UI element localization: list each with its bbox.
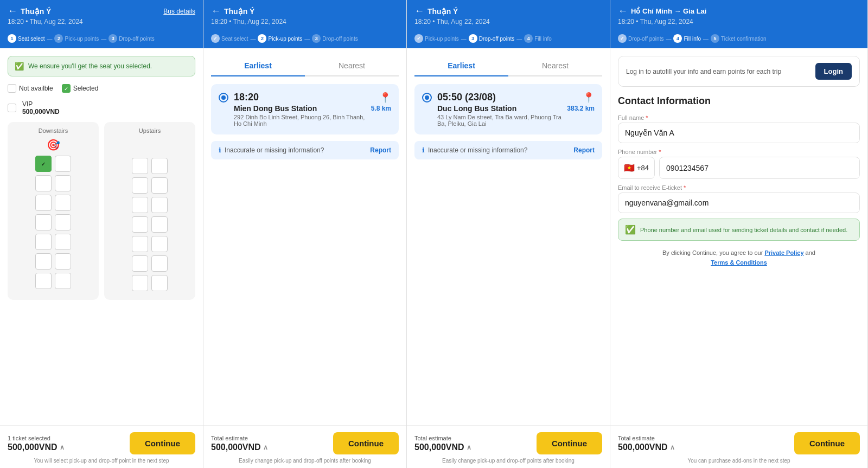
dropoff-card[interactable]: 05:50 (23/08) Duc Long Bus Station 43 Ly… (414, 84, 602, 134)
seat-c2[interactable] (55, 195, 71, 211)
step-done-drop: ✓ Drop-off points (618, 34, 663, 43)
up-seat-row-4 (110, 216, 190, 233)
back-button-4[interactable]: ← Hồ Chí Minh → Gia Lai (618, 5, 706, 17)
phone-input[interactable] (659, 157, 860, 179)
fullname-input[interactable] (618, 123, 860, 143)
estimate-amount-3: 500,000VND ∧ (414, 443, 471, 452)
chevron-up-icon: ∧ (60, 444, 65, 451)
up-seat-e2[interactable] (151, 236, 168, 252)
seat-continue-button[interactable]: Continue (130, 432, 195, 454)
up-seat-d1[interactable] (132, 216, 148, 233)
footer-row-3: Total estimate 500,000VND ∧ Continue (414, 432, 602, 454)
seat-d1[interactable] (35, 214, 52, 230)
step-2: 2 Pick-up points (54, 34, 99, 43)
up-seat-c1[interactable] (132, 197, 148, 213)
report-link[interactable]: Report (370, 146, 391, 154)
seat-c1[interactable] (35, 195, 52, 211)
tab-nearest-2[interactable]: Nearest (305, 56, 399, 76)
email-input[interactable] (618, 193, 860, 213)
footer-row: 1 ticket selected 500,000VND ∧ Continue (8, 432, 195, 454)
footer-left-3: Total estimate 500,000VND ∧ (414, 435, 471, 452)
login-button[interactable]: Login (815, 63, 852, 80)
private-policy-link[interactable]: Private Policy (764, 249, 803, 256)
tab-nearest-3[interactable]: Nearest (508, 56, 602, 76)
seat-g2[interactable] (55, 273, 71, 289)
header-top-3: ← Thuận Ý (414, 5, 602, 17)
downstairs-label: Downstairs (13, 127, 93, 134)
seat-f2[interactable] (55, 253, 71, 270)
dropoff-time: 05:50 (23/08) (437, 92, 561, 103)
step-circle-2: 2 (54, 34, 63, 43)
ticket-amount: 500,000VND ∧ (8, 443, 65, 452)
seat-b1[interactable] (35, 175, 52, 191)
info-icon: ℹ (219, 146, 221, 154)
terms-conditions-link[interactable]: Terms & Conditions (711, 259, 767, 266)
up-seat-f2[interactable] (151, 255, 168, 272)
dropoff-distance-value: 383.2 km (567, 105, 595, 112)
phone-country-selector[interactable]: 🇻🇳 +84 (618, 157, 655, 179)
up-seat-row-6 (110, 255, 190, 272)
contact-info-title: Contact Information (618, 95, 860, 107)
up-seat-a1[interactable] (132, 158, 148, 174)
header-title-2: Thuận Ý (224, 7, 254, 16)
pickup-distance: 📍 5.8 km (371, 92, 391, 112)
seat-row-3 (13, 195, 93, 211)
tab-earliest-3[interactable]: Earliest (414, 56, 508, 76)
seat-footer-note: You will select pick-up and drop-off poi… (8, 458, 195, 464)
info-icon-3: ℹ (422, 146, 425, 154)
report-bar-2: ℹ Inaccurate or missing information? Rep… (211, 141, 399, 159)
tab-earliest-2[interactable]: Earliest (211, 56, 305, 76)
bus-details-link[interactable]: Bus details (163, 8, 195, 15)
up-seat-g2[interactable] (151, 275, 168, 291)
step-circle-active-2: 2 (258, 34, 266, 43)
step-circle-1: 1 (8, 34, 16, 43)
step-label-done-1: Seat select (221, 36, 248, 42)
step-label-done-drop: Drop-off points (628, 36, 663, 42)
upstairs-deck: Upstairs (104, 122, 195, 300)
seat-row-5 (13, 234, 93, 250)
step-label-1: Seat select (18, 36, 44, 42)
step-circle-active-d: 3 (469, 34, 477, 43)
report-link-3[interactable]: Report (573, 146, 595, 154)
fill-info-continue-button[interactable]: Continue (794, 432, 860, 454)
seat-e1[interactable] (35, 234, 52, 250)
dropoff-continue-button[interactable]: Continue (537, 432, 602, 454)
back-button-2[interactable]: ← Thuận Ý (211, 5, 254, 17)
upstairs-label: Upstairs (110, 127, 190, 134)
up-seat-c2[interactable] (151, 197, 168, 213)
up-seat-b1[interactable] (132, 177, 148, 194)
header-title-3: Thuận Ý (427, 7, 458, 16)
seat-f1[interactable] (35, 253, 52, 270)
seat-a2[interactable] (55, 156, 71, 172)
header-dropoff: ← Thuận Ý 18:20 • Thu, Aug 22, 2024 ✓ Pi… (407, 0, 610, 48)
pickup-card[interactable]: 18:20 Mien Dong Bus Station 292 Dinh Bo … (211, 84, 399, 134)
back-arrow-icon-4: ← (618, 5, 628, 17)
back-button-3[interactable]: ← Thuận Ý (414, 5, 458, 17)
up-seat-g1[interactable] (132, 275, 148, 291)
up-seat-f1[interactable] (132, 255, 148, 272)
radio-selected-d[interactable] (422, 93, 432, 102)
header-title-4: Hồ Chí Minh → Gia Lai (631, 7, 706, 15)
step-label-future-3: Drop-off points (322, 36, 358, 42)
seat-d2[interactable] (55, 214, 71, 230)
seat-e2[interactable] (55, 234, 71, 250)
seat-row-6 (13, 253, 93, 270)
back-button[interactable]: ← Thuận Ý (8, 5, 51, 17)
up-seat-d2[interactable] (151, 216, 168, 233)
step-future-confirm: 5 Ticket confirmation (711, 34, 767, 43)
up-seat-a2[interactable] (151, 158, 168, 174)
up-seat-b2[interactable] (151, 177, 168, 194)
footer-left: 1 ticket selected 500,000VND ∧ (8, 435, 65, 452)
seat-g1[interactable] (35, 273, 52, 289)
report-bar-3: ℹ Inaccurate or missing information? Rep… (414, 141, 602, 159)
downstairs-deck: Downstairs 🎯 ✓ (8, 122, 99, 300)
seat-b2[interactable] (55, 175, 71, 191)
radio-selected[interactable] (219, 93, 228, 102)
seat-a1[interactable]: ✓ (35, 156, 52, 172)
step-circle-future-confirm: 5 (711, 34, 719, 43)
chevron-up-icon-2: ∧ (263, 444, 268, 451)
pickup-continue-button[interactable]: Continue (333, 432, 399, 454)
vip-info: VIP 500,000VND (8, 100, 195, 116)
email-field: Email to receive E-ticket * (618, 184, 860, 219)
up-seat-e1[interactable] (132, 236, 148, 252)
